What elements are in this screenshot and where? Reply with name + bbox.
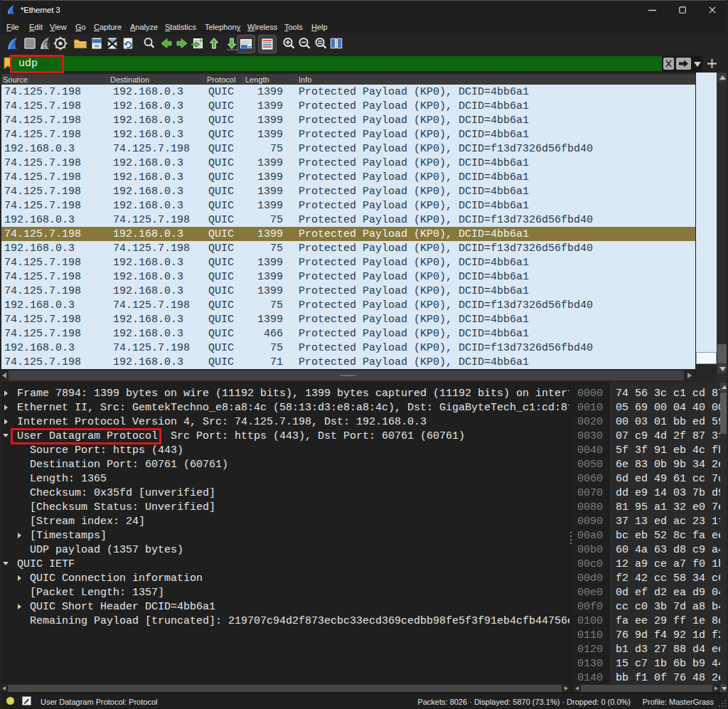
svg-text:010: 010 — [95, 44, 100, 48]
